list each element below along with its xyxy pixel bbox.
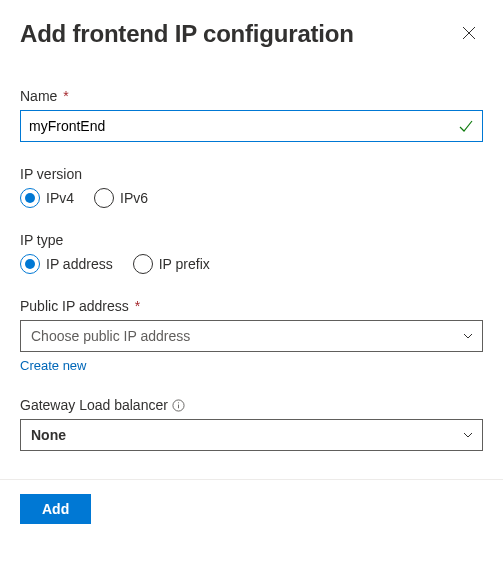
add-button[interactable]: Add xyxy=(20,494,91,524)
close-icon xyxy=(462,26,476,43)
gateway-dropdown[interactable]: None xyxy=(20,419,483,451)
public-ip-label: Public IP address* xyxy=(20,298,483,314)
ip-version-label: IP version xyxy=(20,166,483,182)
gateway-label: Gateway Load balancer xyxy=(20,397,483,413)
panel-title: Add frontend IP configuration xyxy=(20,20,354,48)
ip-version-ipv6-radio[interactable]: IPv6 xyxy=(94,188,148,208)
validation-check-icon xyxy=(458,118,474,134)
ip-version-ipv4-label: IPv4 xyxy=(46,190,74,206)
info-icon[interactable] xyxy=(172,399,185,412)
radio-selected-icon xyxy=(20,188,40,208)
gateway-value: None xyxy=(31,427,66,443)
ip-type-address-radio[interactable]: IP address xyxy=(20,254,113,274)
name-input[interactable] xyxy=(29,111,458,141)
public-ip-dropdown[interactable]: Choose public IP address xyxy=(20,320,483,352)
create-new-link[interactable]: Create new xyxy=(20,358,86,373)
ip-version-ipv4-radio[interactable]: IPv4 xyxy=(20,188,74,208)
public-ip-placeholder: Choose public IP address xyxy=(31,328,190,344)
chevron-down-icon xyxy=(462,330,474,342)
radio-unselected-icon xyxy=(94,188,114,208)
radio-unselected-icon xyxy=(133,254,153,274)
ip-version-ipv6-label: IPv6 xyxy=(120,190,148,206)
svg-point-4 xyxy=(178,402,179,403)
ip-type-prefix-label: IP prefix xyxy=(159,256,210,272)
name-label: Name* xyxy=(20,88,483,104)
ip-type-label: IP type xyxy=(20,232,483,248)
ip-type-address-label: IP address xyxy=(46,256,113,272)
close-button[interactable] xyxy=(455,20,483,48)
chevron-down-icon xyxy=(462,429,474,441)
radio-selected-icon xyxy=(20,254,40,274)
ip-type-prefix-radio[interactable]: IP prefix xyxy=(133,254,210,274)
